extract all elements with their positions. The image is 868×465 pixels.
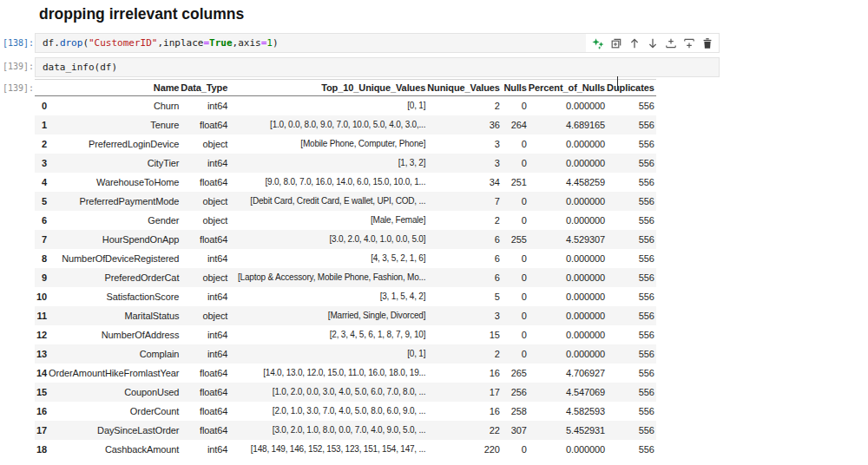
cell: WarehouseToHome <box>49 173 181 192</box>
table-row: 9PreferedOrderCatobject[Laptop & Accesso… <box>35 268 656 287</box>
code-editor-138[interactable]: df.drop("CustomerID",inplace=True,axis=1… <box>43 34 279 52</box>
cell: 3 <box>427 306 502 325</box>
cell: [Mobile Phone, Computer, Phone] <box>229 134 427 154</box>
cell: 0 <box>502 211 529 230</box>
insert-cell-below-button[interactable] <box>681 36 696 50</box>
cell: 0 <box>502 306 529 325</box>
cell: 556 <box>607 134 656 154</box>
insert-cell-below-icon <box>682 36 696 50</box>
cell: 0 <box>502 154 529 173</box>
table-row: 7HourSpendOnAppfloat64[3.0, 2.0, 4.0, 1.… <box>35 230 656 249</box>
table-header-row: NameData_TypeTop_10_Unique_ValuesNunique… <box>35 80 656 96</box>
index-column-header <box>35 80 49 96</box>
cell: int64 <box>181 325 229 344</box>
cell: 556 <box>607 383 656 402</box>
move-cell-down-icon <box>646 36 660 50</box>
delete-cell-button[interactable] <box>700 36 714 50</box>
cell: 0.000000 <box>529 249 607 268</box>
cell: 4.706927 <box>529 363 607 383</box>
table-row: 15CouponUsedfloat64[1.0, 2.0, 0.0, 3.0, … <box>35 383 656 402</box>
code-token: ) <box>273 37 279 49</box>
cell: 220 <box>427 440 502 459</box>
cell: [Debit Card, Credit Card, E wallet, UPI,… <box>229 192 427 211</box>
cell: DaySinceLastOrder <box>49 421 181 440</box>
table-row: 12NumberOfAddressint64[2, 3, 4, 5, 6, 1,… <box>35 325 656 344</box>
cell: float64 <box>181 115 229 134</box>
cell: PreferedOrderCat <box>49 268 181 287</box>
cell: OrderAmountHikeFromlastYear <box>49 363 181 383</box>
cell: 4.582593 <box>529 402 607 421</box>
cell: int64 <box>181 96 229 115</box>
cell: 0.000000 <box>529 154 607 173</box>
insert-cell-above-icon <box>664 36 678 50</box>
cell: 556 <box>607 440 656 459</box>
column-header-top_10_unique_values: Top_10_Unique_Values <box>229 80 427 96</box>
cell: int64 <box>181 154 229 173</box>
cell: Gender <box>49 211 181 230</box>
cell: [Male, Female] <box>229 211 427 230</box>
column-header-name: Name <box>49 80 181 96</box>
cell: object <box>181 211 229 230</box>
row-index: 16 <box>35 402 49 421</box>
table-row: 4WarehouseToHomefloat64[9.0, 8.0, 7.0, 1… <box>35 173 656 192</box>
cell: object <box>181 268 229 287</box>
cell: 0 <box>502 325 529 344</box>
cell: [0, 1] <box>229 96 427 115</box>
column-header-percent_of_nulls: Percent_of_Nulls <box>529 80 607 96</box>
duplicate-cell-button[interactable] <box>608 36 623 50</box>
column-header-nulls: Nulls <box>502 80 529 96</box>
cell: int64 <box>181 249 229 268</box>
move-cell-down-button[interactable] <box>645 36 660 50</box>
cell: 258 <box>502 402 529 421</box>
table-row: 18CashbackAmountint64[148, 149, 146, 152… <box>35 440 656 459</box>
row-index: 4 <box>35 173 49 192</box>
cell: 556 <box>607 211 656 230</box>
cell: 2 <box>427 344 502 363</box>
cell: 556 <box>607 402 656 421</box>
cell: 264 <box>502 115 529 134</box>
column-header-data_type: Data_Type <box>181 80 229 96</box>
cell: 2 <box>427 211 502 230</box>
cell: 556 <box>607 363 656 383</box>
move-cell-up-button[interactable] <box>627 36 641 50</box>
cell: 556 <box>607 306 656 325</box>
code-cell-139[interactable]: data_info(df) <box>35 57 720 77</box>
row-index: 1 <box>35 115 49 134</box>
cell: [2, 3, 4, 5, 6, 1, 8, 7, 9, 10] <box>229 325 427 344</box>
table-row: 16OrderCountfloat64[2.0, 1.0, 3.0, 7.0, … <box>35 402 656 421</box>
cell: 4.689165 <box>529 115 607 134</box>
cell: 556 <box>607 173 656 192</box>
cell: float64 <box>181 421 229 440</box>
cell: 0.000000 <box>529 211 607 230</box>
cell: 256 <box>502 383 529 402</box>
cell: PreferredLoginDevice <box>49 134 181 154</box>
code-token: True <box>209 37 233 49</box>
row-index: 8 <box>35 249 49 268</box>
cell: 0.000000 <box>529 287 607 306</box>
table-row: 1Tenurefloat64[1.0, 0.0, 8.0, 9.0, 7.0, … <box>35 115 656 134</box>
table-row: 0Churnint64[0, 1]200.000000556 <box>35 96 656 115</box>
code-cell-138[interactable]: df.drop("CustomerID",inplace=True,axis=1… <box>35 33 720 53</box>
text-cursor <box>617 76 618 90</box>
ai-sparkle-button[interactable] <box>590 36 605 50</box>
input-prompt-139: [139]: <box>3 62 34 72</box>
cell: Complain <box>49 344 181 363</box>
insert-cell-above-button[interactable] <box>663 36 678 50</box>
table-row: 2PreferredLoginDeviceobject[Mobile Phone… <box>35 134 656 154</box>
row-index: 7 <box>35 230 49 249</box>
cell: [14.0, 13.0, 12.0, 15.0, 11.0, 16.0, 18.… <box>229 363 427 383</box>
code-editor-139[interactable]: data_info(df) <box>43 58 117 76</box>
cell: CouponUsed <box>49 383 181 402</box>
cell: 3 <box>427 154 502 173</box>
cell: 556 <box>607 344 656 363</box>
table-row: 11MaritalStatusobject[Married, Single, D… <box>35 306 656 325</box>
cell: 0.000000 <box>529 192 607 211</box>
row-index: 12 <box>35 325 49 344</box>
cell: 556 <box>607 249 656 268</box>
cell: 556 <box>607 325 656 344</box>
cell: Tenure <box>49 115 181 134</box>
cell: CashbackAmount <box>49 440 181 459</box>
cell: int64 <box>181 440 229 459</box>
code-token: 1 <box>266 37 273 49</box>
output-area: NameData_TypeTop_10_Unique_ValuesNunique… <box>35 79 656 459</box>
